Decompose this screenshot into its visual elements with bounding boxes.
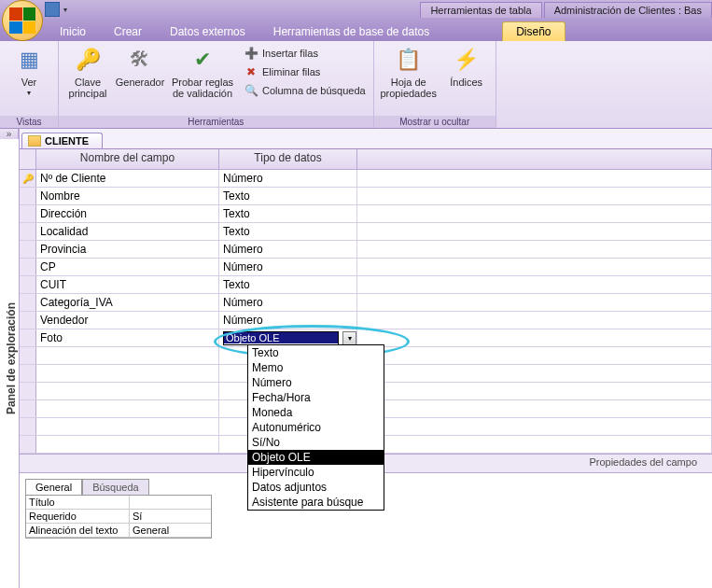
table-row[interactable]: ProvinciaNúmero [20, 241, 712, 259]
table-row[interactable]: CUITTexto [20, 276, 712, 294]
field-type-cell[interactable]: Texto [219, 276, 357, 293]
field-name-cell[interactable] [36, 418, 219, 435]
row-selector[interactable] [20, 241, 36, 258]
field-desc-cell[interactable] [357, 276, 712, 293]
field-type-cell[interactable]: Número [219, 294, 357, 311]
field-desc-cell[interactable] [357, 418, 712, 435]
row-selector[interactable] [20, 223, 36, 240]
tab-herramientas-bd[interactable]: Herramientas de base de datos [260, 22, 442, 41]
field-name-cell[interactable]: Nombre [36, 188, 219, 204]
ver-button[interactable]: ▦ Ver ▾ [6, 45, 52, 98]
columna-busqueda-button[interactable]: 🔍 Columna de búsqueda [242, 82, 368, 99]
dropdown-option[interactable]: Fecha/Hora [248, 390, 384, 405]
row-selector[interactable] [20, 312, 36, 329]
field-type-cell[interactable]: Texto [219, 188, 357, 204]
dropdown-option[interactable]: Objeto OLE [248, 450, 384, 465]
field-desc-cell[interactable] [357, 329, 712, 346]
row-selector[interactable] [20, 347, 36, 364]
field-desc-cell[interactable] [357, 365, 712, 382]
tab-datos-externos[interactable]: Datos externos [157, 22, 258, 41]
field-name-cell[interactable]: CP [36, 259, 219, 275]
save-icon[interactable] [45, 2, 60, 17]
field-desc-cell[interactable] [357, 170, 712, 187]
table-row[interactable]: DirecciónTexto [20, 205, 712, 223]
property-value[interactable]: Sí [129, 510, 211, 523]
tab-inicio[interactable]: Inicio [47, 22, 99, 41]
column-header-name[interactable]: Nombre del campo [36, 149, 219, 169]
table-row[interactable]: CPNúmero [20, 259, 712, 276]
field-desc-cell[interactable] [357, 223, 712, 240]
field-name-cell[interactable] [36, 347, 219, 364]
field-name-cell[interactable]: Localidad [36, 223, 219, 240]
table-row[interactable]: Categoría_IVANúmero [20, 294, 712, 312]
row-selector[interactable] [20, 400, 36, 417]
field-desc-cell[interactable] [357, 347, 712, 364]
doc-tab-cliente[interactable]: CLIENTE [21, 133, 103, 148]
column-header-type[interactable]: Tipo de datos [219, 149, 357, 169]
field-desc-cell[interactable] [357, 436, 712, 453]
field-name-cell[interactable] [36, 365, 219, 382]
qat-dropdown-icon[interactable]: ▾ [63, 6, 67, 14]
prop-tab-general[interactable]: General [25, 479, 82, 495]
row-selector[interactable] [20, 294, 36, 311]
row-selector[interactable] [20, 418, 36, 435]
clave-principal-button[interactable]: 🔑 Clave principal [64, 45, 111, 99]
prop-tab-busqueda[interactable]: Búsqueda [82, 479, 149, 495]
dropdown-option[interactable]: Número [248, 375, 384, 390]
field-name-cell[interactable]: Foto [36, 329, 219, 346]
property-row[interactable]: RequeridoSí [26, 510, 211, 524]
indices-button[interactable]: ⚡ Índices [443, 45, 490, 88]
property-row[interactable]: Título [26, 496, 211, 510]
field-desc-cell[interactable] [357, 205, 712, 222]
field-name-cell[interactable] [36, 383, 219, 399]
field-name-cell[interactable]: Nº de Cliente [36, 170, 219, 187]
field-name-cell[interactable] [36, 400, 219, 417]
dropdown-option[interactable]: Sí/No [248, 435, 384, 450]
nav-pane-toggle[interactable]: » [0, 129, 19, 139]
field-name-cell[interactable]: Vendedor [36, 312, 219, 329]
field-desc-cell[interactable] [357, 400, 712, 417]
field-type-cell[interactable]: Número [219, 259, 357, 275]
field-type-cell[interactable]: Número [219, 170, 357, 187]
field-desc-cell[interactable] [357, 259, 712, 275]
row-selector[interactable] [20, 188, 36, 204]
field-type-cell[interactable]: Número [219, 241, 357, 258]
field-type-cell[interactable]: Número [219, 312, 357, 329]
field-desc-cell[interactable] [357, 188, 712, 204]
field-type-cell[interactable]: Texto [219, 223, 357, 240]
row-selector[interactable] [20, 365, 36, 382]
dropdown-option[interactable]: Texto [248, 345, 384, 360]
probar-reglas-button[interactable]: ✔ Probar reglas de validación [169, 45, 236, 99]
field-desc-cell[interactable] [357, 241, 712, 258]
tab-crear[interactable]: Crear [101, 22, 155, 41]
eliminar-filas-button[interactable]: ✖ Eliminar filas [242, 63, 368, 80]
row-selector[interactable] [20, 205, 36, 222]
row-selector[interactable] [20, 329, 36, 346]
tab-diseno[interactable]: Diseño [502, 21, 565, 41]
insertar-filas-button[interactable]: ➕ Insertar filas [242, 45, 368, 62]
dropdown-option[interactable]: Datos adjuntos [248, 480, 384, 495]
field-desc-cell[interactable] [357, 312, 712, 329]
field-desc-cell[interactable] [357, 383, 712, 399]
property-row[interactable]: Alineación del textoGeneral [26, 524, 211, 538]
datatype-dropdown-list[interactable]: TextoMemoNúmeroFecha/HoraMonedaAutonumér… [247, 344, 384, 511]
generador-button[interactable]: 🛠 Generador [117, 45, 163, 88]
field-name-cell[interactable]: CUIT [36, 276, 219, 293]
property-value[interactable]: General [129, 524, 211, 537]
table-row[interactable]: VendedorNúmero [20, 312, 712, 329]
row-selector[interactable] [20, 276, 36, 293]
property-value[interactable] [129, 496, 211, 509]
field-name-cell[interactable]: Dirección [36, 205, 219, 222]
datatype-combobox[interactable]: Objeto OLE [223, 331, 339, 345]
table-row[interactable]: NombreTexto [20, 188, 712, 205]
row-gutter-header[interactable] [20, 149, 36, 169]
field-type-cell[interactable]: Texto [219, 205, 357, 222]
dropdown-option[interactable]: Autonumérico [248, 420, 384, 435]
hoja-propiedades-button[interactable]: 📋 Hoja de propiedades [380, 45, 438, 99]
row-selector[interactable]: 🔑 [20, 170, 36, 187]
office-button[interactable] [2, 0, 43, 41]
dropdown-option[interactable]: Hipervínculo [248, 465, 384, 480]
table-row[interactable]: LocalidadTexto [20, 223, 712, 241]
column-header-desc[interactable] [357, 149, 712, 169]
dropdown-option[interactable]: Memo [248, 360, 384, 375]
